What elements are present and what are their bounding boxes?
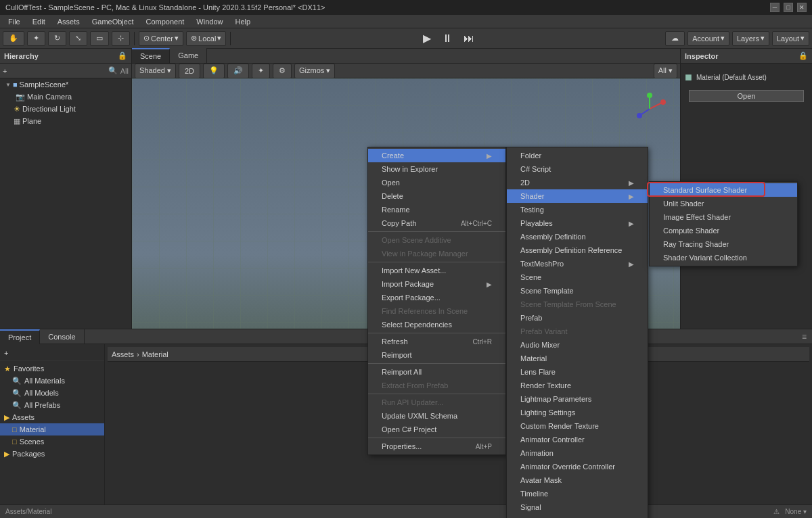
sidebar-packages[interactable]: ▶ Packages bbox=[0, 448, 104, 460]
create-lighting-settings[interactable]: Lighting Settings bbox=[507, 406, 648, 419]
create-animator-override[interactable]: Animator Override Controller bbox=[507, 460, 648, 473]
ctx-update-uxml[interactable]: Update UXML Schema bbox=[368, 409, 505, 423]
account-dropdown[interactable]: Account ▾ bbox=[687, 31, 729, 46]
shader-ray-tracing[interactable]: Ray Tracing Shader bbox=[650, 237, 797, 251]
shader-standard-surface[interactable]: Standard Surface Shader bbox=[650, 183, 797, 197]
ctx-show-explorer[interactable]: Show in Explorer bbox=[368, 162, 505, 176]
tab-scene[interactable]: Scene bbox=[132, 48, 170, 63]
create-scene[interactable]: Scene bbox=[507, 270, 648, 284]
move-tool[interactable]: ✦ bbox=[27, 31, 45, 46]
pause-button[interactable]: ⏸ bbox=[438, 32, 457, 45]
menu-assets[interactable]: Assets bbox=[52, 15, 85, 28]
ctx-open-csharp[interactable]: Open C# Project bbox=[368, 423, 505, 436]
all-dropdown[interactable]: All ▾ bbox=[654, 64, 677, 78]
create-shader[interactable]: Shader ▶ bbox=[507, 189, 648, 203]
menu-window[interactable]: Window bbox=[191, 15, 228, 28]
ctx-delete[interactable]: Delete bbox=[368, 189, 505, 203]
ctx-properties[interactable]: Properties... Alt+P bbox=[368, 440, 505, 453]
shader-image-effect[interactable]: Image Effect Shader bbox=[650, 210, 797, 224]
sidebar-assets[interactable]: ▶ Assets bbox=[0, 411, 104, 423]
ctx-import-package[interactable]: Import Package ▶ bbox=[368, 277, 505, 291]
create-animation[interactable]: Animation bbox=[507, 446, 648, 460]
cloud-button[interactable]: ☁ bbox=[665, 31, 685, 46]
hand-tool[interactable]: ✋ bbox=[3, 31, 24, 46]
create-testing[interactable]: Testing bbox=[507, 203, 648, 216]
create-folder[interactable]: Folder bbox=[507, 149, 648, 162]
rotate-tool[interactable]: ↻ bbox=[48, 31, 66, 46]
layers-dropdown[interactable]: Layers ▾ bbox=[732, 31, 769, 46]
create-material[interactable]: Material bbox=[507, 352, 648, 365]
inspector-open-button[interactable]: Open bbox=[689, 90, 804, 102]
hierarchy-plus[interactable]: + bbox=[3, 67, 7, 75]
lighting-button[interactable]: 💡 bbox=[203, 64, 225, 78]
menu-help[interactable]: Help bbox=[229, 15, 256, 28]
shader-unlit[interactable]: Unlit Shader bbox=[650, 197, 797, 210]
create-physic-material[interactable]: Physic Material bbox=[507, 514, 648, 518]
shader-compute[interactable]: Compute Shader bbox=[650, 224, 797, 237]
layout-dropdown[interactable]: Layout ▾ bbox=[772, 31, 809, 46]
sidebar-all-prefabs[interactable]: 🔍 All Prefabs bbox=[0, 399, 104, 411]
create-assembly-def-ref[interactable]: Assembly Definition Reference bbox=[507, 243, 648, 257]
ctx-import-new-asset[interactable]: Import New Asset... bbox=[368, 264, 505, 277]
create-avatar-mask[interactable]: Avatar Mask bbox=[507, 473, 648, 487]
create-lightmap-params[interactable]: Lightmap Parameters bbox=[507, 392, 648, 406]
hierarchy-item-maincamera[interactable]: 📷 Main Camera bbox=[0, 91, 131, 103]
sidebar-material[interactable]: □ Material bbox=[0, 423, 104, 435]
hierarchy-item-dirlight[interactable]: ☀ Directional Light bbox=[0, 103, 131, 115]
2d-button[interactable]: 2D bbox=[179, 64, 200, 78]
local-dropdown[interactable]: ⊛ Local ▾ bbox=[186, 31, 226, 46]
sidebar-all-models[interactable]: 🔍 All Models bbox=[0, 387, 104, 399]
scene-extras-button[interactable]: ⚙ bbox=[273, 64, 292, 78]
close-button[interactable]: ✕ bbox=[797, 3, 807, 12]
transform-tool[interactable]: ⊹ bbox=[112, 31, 130, 46]
create-custom-render-texture[interactable]: Custom Render Texture bbox=[507, 419, 648, 433]
create-playables[interactable]: Playables ▶ bbox=[507, 216, 648, 230]
scale-tool[interactable]: ⤡ bbox=[69, 31, 87, 46]
sidebar-scenes[interactable]: □ Scenes bbox=[0, 435, 104, 448]
center-dropdown[interactable]: ⊙ Center ▾ bbox=[139, 31, 183, 46]
ctx-reimport-all[interactable]: Reimport All bbox=[368, 365, 505, 379]
shaded-dropdown[interactable]: Shaded ▾ bbox=[135, 64, 176, 78]
rect-tool[interactable]: ▭ bbox=[90, 31, 109, 46]
breadcrumb-assets[interactable]: Assets bbox=[112, 350, 134, 358]
hierarchy-lock-icon[interactable]: 🔒 bbox=[118, 51, 127, 60]
step-button[interactable]: ⏭ bbox=[459, 32, 478, 45]
tab-game[interactable]: Game bbox=[170, 48, 207, 63]
create-lens-flare[interactable]: Lens Flare bbox=[507, 365, 648, 379]
play-button[interactable]: ▶ bbox=[419, 32, 435, 45]
create-2d[interactable]: 2D ▶ bbox=[507, 176, 648, 189]
ctx-copy-path[interactable]: Copy Path Alt+Ctrl+C bbox=[368, 216, 505, 230]
create-textmeshpro[interactable]: TextMeshPro ▶ bbox=[507, 257, 648, 270]
menu-gameobject[interactable]: GameObject bbox=[87, 15, 139, 28]
create-timeline[interactable]: Timeline bbox=[507, 487, 648, 500]
maximize-button[interactable]: □ bbox=[784, 3, 793, 12]
sidebar-all-materials[interactable]: 🔍 All Materials bbox=[0, 375, 104, 387]
create-render-texture[interactable]: Render Texture bbox=[507, 379, 648, 392]
create-animator-controller[interactable]: Animator Controller bbox=[507, 433, 648, 446]
effects-button[interactable]: ✦ bbox=[252, 64, 270, 78]
menu-component[interactable]: Component bbox=[140, 15, 189, 28]
menu-edit[interactable]: Edit bbox=[27, 15, 51, 28]
hierarchy-item-samplescene[interactable]: ▼ ■ SampleScene* bbox=[0, 78, 131, 91]
hierarchy-item-plane[interactable]: ▦ Plane bbox=[0, 115, 131, 127]
create-scene-template[interactable]: Scene Template bbox=[507, 284, 648, 298]
create-assembly-def[interactable]: Assembly Definition bbox=[507, 230, 648, 243]
tab-console[interactable]: Console bbox=[40, 329, 84, 344]
ctx-export-package[interactable]: Export Package... bbox=[368, 291, 505, 304]
gizmos-dropdown[interactable]: Gizmos ▾ bbox=[294, 64, 335, 78]
ctx-open[interactable]: Open bbox=[368, 176, 505, 189]
shader-variant-collection[interactable]: Shader Variant Collection bbox=[650, 251, 797, 264]
inspector-lock-icon[interactable]: 🔒 bbox=[798, 51, 808, 60]
create-csharp[interactable]: C# Script bbox=[507, 162, 648, 176]
sidebar-add-button[interactable]: + bbox=[0, 347, 104, 359]
audio-button[interactable]: 🔊 bbox=[227, 64, 249, 78]
create-signal[interactable]: Signal bbox=[507, 500, 648, 514]
minimize-button[interactable]: ─ bbox=[770, 3, 780, 12]
ctx-create[interactable]: Create ▶ bbox=[368, 149, 505, 162]
bottom-menu-icon[interactable]: ≡ bbox=[796, 332, 812, 342]
breadcrumb-material[interactable]: Material bbox=[142, 350, 168, 358]
ctx-rename[interactable]: Rename bbox=[368, 203, 505, 216]
ctx-select-dependencies[interactable]: Select Dependencies bbox=[368, 318, 505, 331]
create-prefab[interactable]: Prefab bbox=[507, 311, 648, 325]
ctx-refresh[interactable]: Refresh Ctrl+R bbox=[368, 335, 505, 348]
